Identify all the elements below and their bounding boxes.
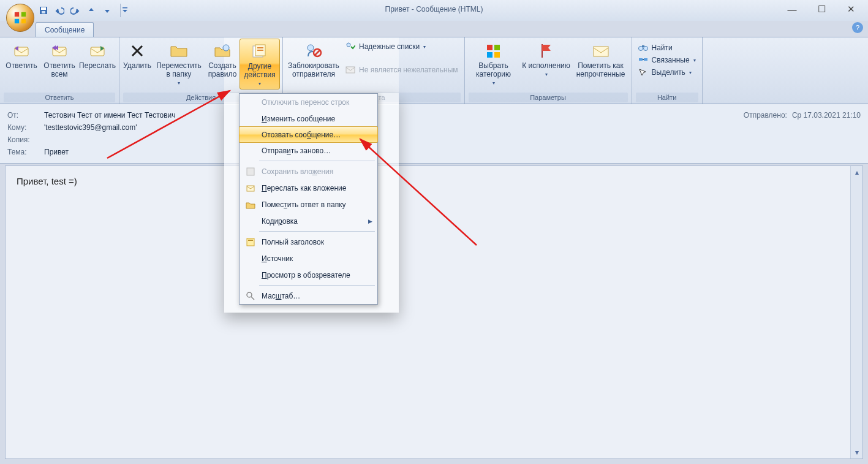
safe-label: Надежные списки	[359, 42, 420, 51]
svg-rect-33	[248, 240, 253, 241]
select-button[interactable]: Выделить ▾	[637, 67, 697, 78]
find-label: Найти	[652, 44, 673, 52]
header-icon	[246, 237, 255, 247]
find-button[interactable]: Найти	[637, 42, 697, 53]
mail-icon	[345, 65, 355, 75]
group-options: Выбрать категорию▾ К исполнению▾ Пометит…	[465, 37, 632, 104]
move-button[interactable]: Переместить в папку▾	[153, 39, 205, 88]
other-actions-menu: Отключить перенос строк Изменить сообщен…	[239, 93, 378, 305]
save-button[interactable]	[38, 5, 49, 16]
group-reply: Ответить Ответить всем Переслать Ответит…	[0, 37, 119, 104]
menu-full-header[interactable]: Полный заголовок	[240, 234, 377, 250]
other-actions-icon	[250, 42, 270, 61]
qat-customize[interactable]	[120, 4, 129, 17]
menu-encoding[interactable]: Кодировка▶	[240, 213, 377, 229]
menu-separator	[259, 161, 375, 161]
forward-button[interactable]: Переслать	[78, 39, 116, 73]
svg-rect-21	[494, 45, 500, 50]
menu-fullheader-label: Полный заголовок	[262, 238, 324, 246]
not-junk-button: Не является нежелательным	[344, 64, 459, 75]
block-sender-button[interactable]: Заблокировать отправителя	[285, 39, 342, 82]
category-label: Выбрать категорию	[469, 62, 519, 79]
group-find: Найти Связанные ▾ Выделить ▾ Найти	[632, 37, 703, 104]
help-button[interactable]: ?	[852, 22, 863, 33]
related-icon	[638, 55, 648, 65]
menu-zoom-label: Масштаб…	[262, 292, 300, 300]
block-icon	[304, 41, 323, 61]
safe-icon	[345, 42, 355, 51]
cc-label: Копия:	[7, 135, 44, 144]
dropdown-icon: ▾	[492, 80, 495, 86]
reply-all-button[interactable]: Ответить всем	[40, 39, 78, 82]
reply-button[interactable]: Ответить	[2, 39, 40, 73]
svg-rect-1	[21, 12, 26, 17]
menu-resend[interactable]: Отправить заново…	[240, 142, 377, 159]
svg-rect-5	[41, 7, 46, 10]
svg-point-11	[223, 45, 229, 51]
undo-icon	[55, 6, 64, 15]
next-item-button[interactable]	[102, 5, 113, 16]
arrow-down-icon	[103, 6, 111, 15]
ribbon: Ответить Ответить всем Переслать Ответит…	[0, 37, 868, 104]
svg-rect-32	[247, 238, 254, 246]
menu-edit-message[interactable]: Изменить сообщение	[240, 110, 377, 127]
scroll-up-icon[interactable]: ▴	[851, 166, 862, 178]
create-rule-button[interactable]: Создать правило	[205, 39, 240, 82]
quick-access-toolbar	[38, 0, 129, 21]
subject-label: Тема:	[7, 148, 44, 156]
menu-view-in-browser[interactable]: Просмотр в обозревателе	[240, 267, 377, 283]
menu-saveatt-label: Сохранить вложения	[262, 167, 333, 176]
menu-recall-message[interactable]: Отозвать сообщение…	[239, 126, 378, 143]
arrow-up-icon	[87, 6, 96, 15]
attachment-icon	[246, 167, 255, 177]
rule-icon	[213, 41, 232, 61]
window-title: Привет - Сообщение (HTML)	[0, 5, 868, 13]
scroll-down-icon[interactable]: ▾	[851, 446, 862, 458]
menu-zoom[interactable]: Масштаб…	[240, 287, 377, 304]
menu-source[interactable]: Источник	[240, 250, 377, 267]
submenu-arrow-icon: ▶	[368, 218, 372, 224]
menu-browser-label: Просмотр в обозревателе	[262, 271, 350, 280]
select-icon	[638, 67, 648, 77]
menu-move-reply[interactable]: Поместить ответ в папку	[240, 196, 377, 213]
other-actions-button[interactable]: Другие действия▾	[240, 39, 280, 89]
redo-button[interactable]	[70, 5, 81, 16]
svg-rect-27	[642, 45, 644, 47]
office-button[interactable]	[6, 4, 34, 32]
group-find-label: Найти	[636, 93, 698, 102]
safe-lists-button[interactable]: Надежные списки ▾	[344, 41, 459, 52]
minimize-button[interactable]: —	[777, 0, 807, 18]
to-label: Кому:	[7, 123, 44, 132]
category-button[interactable]: Выбрать категорию▾	[467, 39, 520, 88]
to-value: 'testtestovic395@gmail.com'	[44, 123, 137, 132]
reply-all-icon	[50, 41, 69, 61]
tab-message[interactable]: Сообщение	[36, 22, 94, 37]
prev-item-button[interactable]	[86, 5, 97, 16]
folder-reply-icon	[246, 200, 255, 210]
menu-separator	[259, 285, 375, 286]
maximize-button[interactable]: ☐	[807, 0, 836, 18]
mark-unread-button[interactable]: Пометить как непрочтенные	[573, 39, 629, 82]
svg-rect-15	[257, 50, 263, 51]
vertical-scrollbar[interactable]: ▴ ▾	[850, 166, 862, 458]
menu-wrap: Отключить перенос строк	[240, 94, 377, 110]
svg-rect-23	[494, 52, 500, 58]
forward-attachment-icon	[246, 183, 255, 193]
undo-button[interactable]	[54, 5, 65, 16]
svg-rect-20	[487, 45, 492, 50]
dropdown-icon: ▾	[423, 44, 426, 50]
menu-fwdatt-label: Переслать как вложение	[262, 184, 346, 192]
sent-label: Отправлено:	[744, 111, 787, 120]
svg-rect-2	[15, 19, 19, 23]
related-button[interactable]: Связанные ▾	[637, 55, 697, 66]
menu-resend-label: Отправить заново…	[262, 146, 331, 155]
related-label: Связанные	[652, 56, 690, 64]
svg-rect-19	[346, 67, 355, 73]
message-header: От: Тестович Тест от имени Тест Тестович…	[0, 104, 868, 164]
followup-button[interactable]: К исполнению▾	[520, 39, 573, 80]
unread-label: Пометить как непрочтенные	[574, 62, 628, 79]
close-button[interactable]: ✕	[836, 0, 866, 18]
delete-button[interactable]: Удалить	[122, 39, 153, 73]
menu-forward-attachment[interactable]: Переслать как вложение	[240, 180, 377, 196]
menu-recall-label: Отозвать сообщение…	[262, 131, 341, 139]
